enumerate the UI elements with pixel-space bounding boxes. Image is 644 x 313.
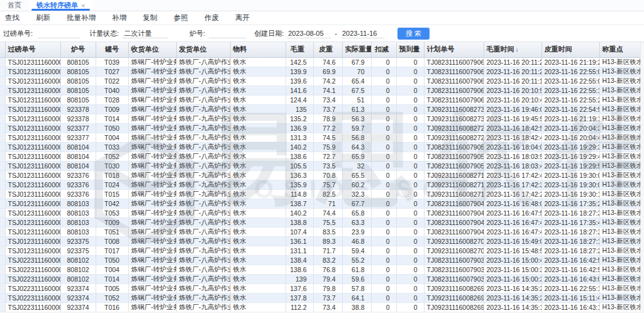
table-cell[interactable]: 2023-11-16 18:42:54 [484, 123, 541, 133]
table-cell[interactable]: 923375 [60, 246, 96, 255]
table-cell[interactable]: H13-新区铁水秤 [599, 302, 640, 312]
table-cell[interactable]: TSJ01231116000064 [5, 180, 60, 189]
table-cell[interactable]: T033 [96, 142, 128, 151]
search-button[interactable]: 搜 索 [397, 28, 430, 40]
table-cell[interactable]: H13-新区铁水秤 [599, 236, 640, 246]
table-cell[interactable]: 炼钢厂-转炉业务区 [128, 151, 176, 161]
table-cell[interactable]: H13-新区铁水秤 [599, 255, 640, 265]
table-cell[interactable]: H13-新区铁水秤 [599, 246, 640, 255]
table-cell[interactable]: 2023-11-16 18:27:19 [541, 236, 599, 246]
table-cell[interactable]: 炼铁厂-九高炉作业区 [176, 293, 230, 302]
table-cell[interactable]: 炼钢厂-转炉业务区 [128, 255, 176, 265]
table-cell[interactable]: 2023-11-16 18:42:48 [484, 133, 541, 142]
table-row[interactable]: TSJ02231116000009808102T004炼钢厂-转炉业务区炼铁厂-… [0, 265, 640, 274]
row-indicator[interactable] [0, 199, 5, 208]
table-cell[interactable]: 56.3 [342, 114, 371, 123]
table-cell[interactable]: TJ08231116007906 [424, 67, 484, 76]
table-cell[interactable]: T022 [96, 76, 128, 85]
table-cell[interactable]: 0 [371, 274, 396, 283]
table-cell[interactable]: 2023-11-16 19:45:51 [484, 114, 541, 123]
table-cell[interactable]: TSJ01231116000076 [5, 76, 60, 85]
table-cell[interactable]: TSJ01231116000078 [5, 57, 60, 67]
table-cell[interactable]: H13-新区铁水秤 [599, 189, 640, 199]
table-cell[interactable]: TJ09231116008272 [424, 133, 484, 142]
table-cell[interactable]: 2023-11-16 16:42:56 [541, 265, 599, 274]
table-cell[interactable]: 铁水 [230, 123, 286, 133]
table-cell[interactable]: 107.4 [286, 227, 313, 236]
table-cell[interactable]: T015 [96, 189, 128, 199]
table-cell[interactable]: 135.2 [286, 114, 313, 123]
table-cell[interactable]: 73.7 [313, 104, 342, 114]
furnace-input[interactable] [209, 28, 247, 38]
table-cell[interactable]: 0 [371, 246, 396, 255]
table-cell[interactable]: 炼铁厂-九高炉作业区 [176, 246, 230, 255]
table-row[interactable]: TSJ01231116000078808105T039炼钢厂-转炉业务区炼铁厂-… [0, 57, 640, 67]
table-cell[interactable]: 808103 [60, 208, 96, 217]
column-header-3[interactable]: 收货单位 [128, 42, 176, 57]
table-cell[interactable]: T050 [96, 255, 128, 265]
table-cell[interactable]: 0 [396, 170, 424, 180]
table-cell[interactable]: 2023-11-16 22:54:56 [541, 104, 599, 114]
table-cell[interactable]: 65.5 [342, 170, 371, 180]
table-cell[interactable]: 923374 [60, 293, 96, 302]
date-to-input[interactable]: 2023-11-16 [341, 28, 385, 38]
table-cell[interactable]: TJ08231116007903 [424, 255, 484, 265]
table-cell[interactable]: TSJ01231116000066 [5, 161, 60, 170]
row-indicator[interactable] [0, 274, 5, 283]
table-cell[interactable]: 0 [371, 67, 396, 76]
table-cell[interactable]: 71 [313, 199, 342, 208]
table-cell[interactable]: H13-新区铁水秤 [599, 133, 640, 142]
table-cell[interactable]: 71.7 [313, 246, 342, 255]
table-cell[interactable]: 铁水 [230, 302, 286, 312]
table-row[interactable]: TSJ01231116000060808103T009炼钢厂-转炉业务区炼铁厂-… [0, 217, 640, 227]
table-cell[interactable]: 75.7 [313, 180, 342, 189]
table-cell[interactable]: 57.8 [342, 283, 371, 293]
table-cell[interactable]: 2023-11-16 16:42:50 [541, 255, 599, 265]
table-cell[interactable]: 138.6 [286, 151, 313, 161]
table-cell[interactable]: 808105 [60, 57, 96, 67]
table-cell[interactable]: 炼铁厂-八高炉作业区 [176, 85, 230, 95]
table-cell[interactable]: TJ09231116008270 [424, 246, 484, 255]
table-cell[interactable]: 69.9 [313, 67, 342, 76]
table-cell[interactable]: T004 [96, 265, 128, 274]
table-cell[interactable]: H13-新区铁水秤 [599, 76, 640, 85]
table-cell[interactable]: 0 [371, 265, 396, 274]
table-cell[interactable]: TJ09231116008273 [424, 114, 484, 123]
table-cell[interactable]: 铁水 [230, 85, 286, 95]
table-cell[interactable]: 铁水 [230, 170, 286, 180]
table-cell[interactable]: 0 [396, 255, 424, 265]
table-cell[interactable]: 73.5 [313, 161, 342, 170]
table-cell[interactable]: 炼铁厂-八高炉作业区 [176, 161, 230, 170]
table-cell[interactable]: 2023-11-16 16:47:55 [484, 208, 541, 217]
close-icon[interactable]: × [81, 2, 85, 9]
table-cell[interactable]: 137.6 [286, 283, 313, 293]
table-cell[interactable]: 0 [371, 133, 396, 142]
table-row[interactable]: TSJ01231116000064923376T024炼钢厂-转炉业务区炼铁厂-… [0, 180, 640, 189]
table-cell[interactable]: 铁水 [230, 180, 286, 189]
table-cell[interactable]: 32 [342, 161, 371, 170]
table-cell[interactable]: 923376 [60, 189, 96, 199]
table-cell[interactable]: 131.1 [286, 246, 313, 255]
table-cell[interactable]: 铁水 [230, 142, 286, 151]
table-cell[interactable]: 808103 [60, 227, 96, 236]
table-cell[interactable]: 炼钢厂-转炉业务区 [128, 85, 176, 95]
table-cell[interactable]: T014 [96, 114, 128, 123]
table-cell[interactable]: 炼铁厂-九高炉作业区 [176, 283, 230, 293]
table-cell[interactable]: 76.8 [313, 265, 342, 274]
table-cell[interactable]: TSJ01231116000063 [5, 189, 60, 199]
row-indicator[interactable] [0, 114, 5, 123]
table-cell[interactable]: 137.8 [286, 293, 313, 302]
table-cell[interactable]: 0 [371, 199, 396, 208]
table-cell[interactable]: 124.4 [286, 95, 313, 104]
table-cell[interactable]: 2023-11-16 19:30:17 [541, 189, 599, 199]
row-indicator[interactable] [0, 180, 5, 189]
table-row[interactable]: TSJ01231116000065923376T018炼钢厂-转炉业务区炼铁厂-… [0, 170, 640, 180]
table-cell[interactable]: 808104 [60, 151, 96, 161]
table-cell[interactable]: T009 [96, 104, 128, 114]
table-cell[interactable]: 2023-11-16 21:19:24 [541, 57, 599, 67]
row-indicator[interactable] [0, 57, 5, 67]
table-row[interactable]: TSJ01231116000063923376T015炼钢厂-转炉业务区炼铁厂-… [0, 189, 640, 199]
table-cell[interactable]: H13-新区铁水秤 [599, 265, 640, 274]
table-cell[interactable]: 0 [371, 189, 396, 199]
date-from-input[interactable]: 2023-08-05 [287, 28, 331, 38]
